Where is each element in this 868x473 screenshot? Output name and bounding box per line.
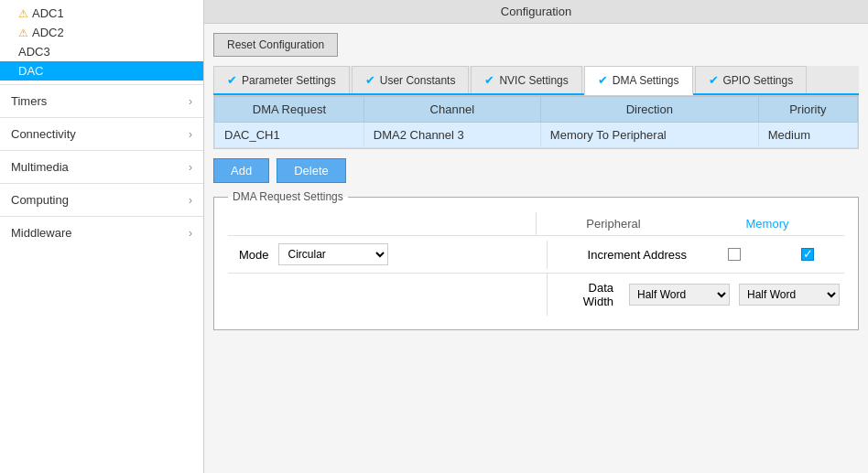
mode-left: Mode Circular Normal (228, 236, 547, 273)
chevron-right-icon-computing: › (189, 194, 192, 207)
data-width-label: Data Width (583, 281, 613, 308)
data-width-row: Data Width Byte Half Word Word Byte Half… (228, 274, 844, 316)
tab-parameter-settings[interactable]: ✔ Parameter Settings (213, 66, 350, 93)
sidebar-item-label-adc2: ADC2 (32, 26, 64, 39)
tab-label-dma-settings: DMA Settings (613, 74, 679, 87)
cell-direction: Memory To Peripheral (540, 123, 758, 148)
tab-check-parameter: ✔ (227, 73, 237, 87)
empty-header-left (228, 212, 536, 235)
sidebar-item-label-computing: Computing (11, 193, 69, 207)
tab-check-nvic: ✔ (484, 73, 494, 87)
action-buttons: Add Delete (213, 158, 859, 183)
peripheral-data-width-select-area: Byte Half Word Word (624, 280, 734, 309)
main-content: Configuration Reset Configuration ✔ Para… (204, 0, 868, 473)
peripheral-data-width-select[interactable]: Byte Half Word Word (629, 284, 730, 306)
sidebar-item-adc3[interactable]: ADC3 (0, 42, 203, 61)
dma-settings-legend: DMA Request Settings (228, 190, 348, 203)
tab-check-gpio: ✔ (709, 73, 719, 87)
chevron-right-icon-middleware: › (189, 227, 192, 240)
chevron-right-icon: › (189, 95, 192, 108)
sidebar-section-computing: Computing › (0, 183, 203, 216)
tab-user-constants[interactable]: ✔ User Constants (352, 66, 470, 93)
sidebar-item-label-adc1: ADC1 (32, 6, 64, 20)
tab-check-user-constants: ✔ (365, 73, 375, 87)
dma-col-headers-row: Peripheral Memory (228, 212, 844, 236)
dma-request-settings-fieldset: DMA Request Settings Peripheral Memory M… (213, 190, 859, 330)
memory-increment-checkbox-area (771, 241, 844, 269)
warning-icon-adc1: ⚠ (18, 7, 28, 20)
sidebar-section-timers: Timers › (0, 84, 203, 117)
tab-label-nvic-settings: NVIC Settings (499, 74, 568, 87)
data-width-right: Data Width Byte Half Word Word Byte Half… (547, 274, 844, 316)
sidebar-section-connectivity: Connectivity › (0, 117, 203, 150)
warning-icon-adc2: ⚠ (18, 27, 28, 39)
mode-right: Increment Address (547, 241, 844, 269)
data-width-left (228, 287, 547, 302)
memory-increment-checkbox[interactable] (801, 248, 814, 261)
col-headers-right: Peripheral Memory (536, 212, 844, 235)
tab-bar: ✔ Parameter Settings ✔ User Constants ✔ … (213, 66, 859, 95)
tab-label-gpio-settings: GPIO Settings (723, 74, 794, 87)
config-header: Configuration (204, 0, 868, 24)
cell-priority: Medium (758, 123, 857, 148)
sidebar-section-middleware: Middleware › (0, 216, 203, 249)
sidebar: ⚠ ADC1 ⚠ ADC2 ADC3 DAC Timers › Connecti… (0, 0, 204, 473)
sidebar-item-middleware[interactable]: Middleware › (0, 217, 203, 249)
sidebar-item-computing[interactable]: Computing › (0, 184, 203, 216)
add-button[interactable]: Add (213, 158, 269, 183)
sidebar-item-adc2[interactable]: ⚠ ADC2 (0, 23, 203, 42)
sidebar-item-label-multimedia: Multimedia (11, 160, 69, 174)
sidebar-item-timers[interactable]: Timers › (0, 85, 203, 117)
tab-nvic-settings[interactable]: ✔ NVIC Settings (471, 66, 581, 93)
tab-dma-settings[interactable]: ✔ DMA Settings (584, 66, 693, 95)
col-header-priority: Priority (758, 97, 857, 123)
sidebar-item-dac[interactable]: DAC (0, 61, 203, 81)
chevron-right-icon-multimedia: › (189, 161, 192, 174)
memory-col-header: Memory (690, 212, 844, 235)
increment-address-label: Increment Address (588, 248, 687, 262)
dma-table: DMA Request Channel Direction Priority D… (214, 96, 858, 148)
increment-area: Increment Address (548, 241, 698, 269)
delete-button[interactable]: Delete (277, 158, 346, 183)
cell-channel: DMA2 Channel 3 (363, 123, 540, 148)
col-header-direction: Direction (540, 97, 758, 123)
peripheral-increment-checkbox[interactable] (728, 248, 741, 261)
mode-row: Mode Circular Normal Increment Address (228, 236, 844, 274)
cell-dma-request: DAC_CH1 (215, 123, 364, 148)
col-header-channel: Channel (363, 97, 540, 123)
tab-label-parameter-settings: Parameter Settings (242, 74, 336, 87)
sidebar-item-label-timers: Timers (11, 94, 47, 108)
config-body: Reset Configuration ✔ Parameter Settings… (204, 24, 868, 473)
reset-configuration-button[interactable]: Reset Configuration (213, 33, 338, 57)
dma-table-container: DMA Request Channel Direction Priority D… (213, 95, 859, 149)
sidebar-item-label-adc3: ADC3 (18, 45, 50, 59)
sidebar-item-connectivity[interactable]: Connectivity › (0, 118, 203, 150)
tab-check-dma: ✔ (598, 73, 608, 87)
table-row[interactable]: DAC_CH1 DMA2 Channel 3 Memory To Periphe… (215, 123, 858, 148)
config-title: Configuration (501, 5, 571, 18)
sidebar-tree: ⚠ ADC1 ⚠ ADC2 ADC3 DAC (0, 0, 203, 84)
sidebar-item-multimedia[interactable]: Multimedia › (0, 151, 203, 183)
memory-data-width-select-area: Byte Half Word Word (734, 280, 844, 309)
memory-data-width-select[interactable]: Byte Half Word Word (739, 284, 840, 306)
sidebar-item-label-middleware: Middleware (11, 226, 71, 240)
col-header-dma-request: DMA Request (215, 97, 364, 123)
mode-select[interactable]: Circular Normal (278, 243, 388, 265)
tab-gpio-settings[interactable]: ✔ GPIO Settings (695, 66, 808, 93)
mode-label: Mode (239, 248, 269, 262)
sidebar-item-label-dac: DAC (18, 64, 43, 78)
sidebar-item-label-connectivity: Connectivity (11, 127, 76, 141)
sidebar-section-multimedia: Multimedia › (0, 150, 203, 183)
peripheral-increment-checkbox-area (698, 241, 771, 269)
peripheral-col-header: Peripheral (537, 212, 690, 235)
tab-label-user-constants: User Constants (380, 74, 456, 87)
sidebar-item-adc1[interactable]: ⚠ ADC1 (0, 4, 203, 23)
chevron-right-icon-connectivity: › (189, 128, 192, 141)
data-width-label-area: Data Width (548, 274, 624, 316)
